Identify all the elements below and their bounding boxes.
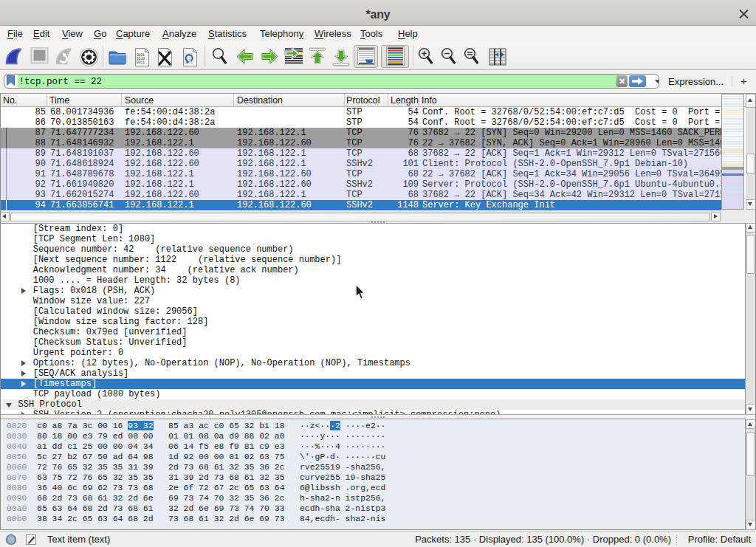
svg-text:0011: 0011 (137, 61, 145, 64)
